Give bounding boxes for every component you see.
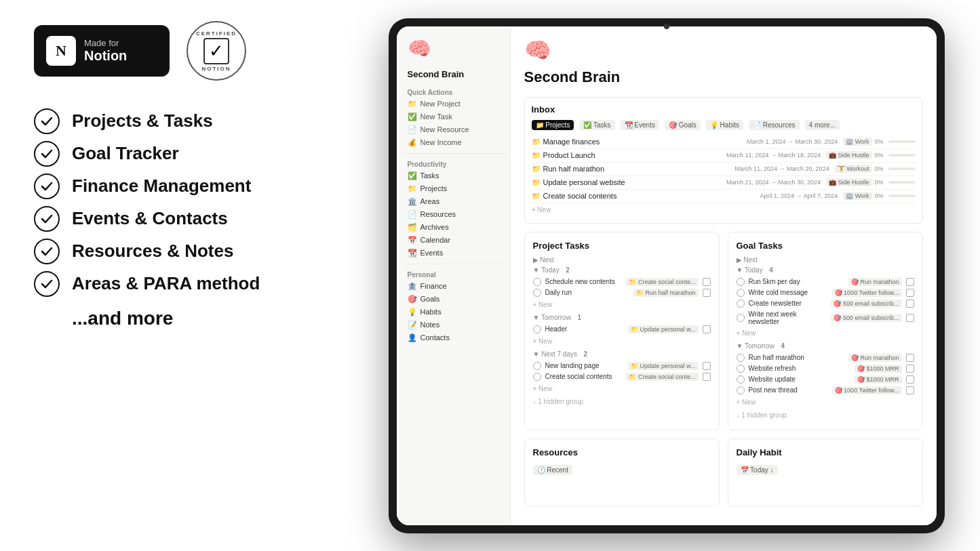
inbox-row-tag-3: 🏋️ Workout	[835, 165, 872, 173]
goal-task-tag-5: 🎯 Run marathon	[848, 354, 902, 362]
goal-task-tag-3: 🎯 500 email subscrib...	[831, 300, 901, 308]
sidebar-item-habits[interactable]: 💡 Habits	[402, 306, 505, 319]
certified-bottom-text: NOTION	[201, 66, 231, 72]
income-icon: 💰	[408, 138, 417, 147]
sidebar-item-projects[interactable]: 📁 Projects	[402, 182, 505, 195]
feature-label-resources: Resources & Notes	[72, 241, 233, 262]
project-task-item-3: Header 📁 Update personal w...	[533, 324, 711, 335]
goal-task-checkbox-1[interactable]	[737, 278, 745, 286]
sidebar-item-goals[interactable]: 🎯 Goals	[402, 293, 505, 306]
sidebar-productivity-label: Productivity	[402, 158, 505, 169]
goal-task-checkbox-7[interactable]	[737, 375, 745, 384]
task-name-3: Header	[545, 325, 624, 333]
goal-task-checkbox-3[interactable]	[737, 300, 745, 308]
project-hidden-group[interactable]: ↓ 1 hidden group	[533, 395, 711, 408]
daily-habit-section: Daily Habit 📅 Today ↓	[728, 438, 923, 506]
goal-task-new-2[interactable]: + New	[737, 396, 914, 409]
task-checkbox-1[interactable]	[533, 278, 541, 286]
goal-task-check-sq-3[interactable]	[906, 300, 914, 308]
events-label: Events	[420, 249, 444, 257]
task-name-5: Create social contents	[545, 373, 623, 380]
notion-sidebar: 🧠 Second Brain Quick Actions 📁 New Proje…	[397, 26, 511, 525]
new-project-label: New Project	[420, 100, 460, 108]
task-check-sq-2[interactable]	[703, 289, 711, 297]
checkmark-icon-finance	[40, 180, 54, 193]
resources-icon: 📄	[408, 210, 417, 219]
project-task-new-2[interactable]: + New	[533, 335, 711, 348]
goal-task-check-sq-1[interactable]	[906, 278, 914, 286]
task-checkbox-4[interactable]	[533, 362, 541, 370]
task-checkbox-3[interactable]	[533, 325, 541, 333]
inbox-row-tag-4: 💼 Side Hustle	[826, 178, 872, 186]
sidebar-item-events[interactable]: 📆 Events	[402, 247, 505, 260]
task-checkbox-5[interactable]	[533, 373, 541, 381]
goal-task-item-5: Run half marathon 🎯 Run marathon	[737, 352, 914, 363]
new-task-label: New Task	[420, 113, 452, 121]
inbox-new-row[interactable]: + New	[532, 203, 916, 216]
sidebar-item-archives[interactable]: 🗂️ Archives	[402, 221, 505, 234]
sidebar-item-areas[interactable]: 🏛️ Areas	[402, 195, 505, 208]
inbox-tabs: 📁 Projects ✅ Tasks 📆 Events 🎯 Goals 💡 Ha…	[532, 120, 916, 130]
goal-task-check-sq-7[interactable]	[906, 375, 914, 384]
sidebar-item-calendar[interactable]: 📅 Calendar	[402, 234, 505, 247]
inbox-tab-habits[interactable]: 💡 Habits	[706, 120, 743, 130]
daily-habit-today-tab[interactable]: 📅 Today ↓	[737, 465, 778, 475]
task-check-sq-3[interactable]	[703, 325, 711, 333]
task-check-sq-1[interactable]	[703, 278, 711, 286]
checkmark-icon-events	[40, 212, 54, 226]
goal-task-checkbox-5[interactable]	[737, 354, 745, 362]
certified-symbol: ✓	[203, 38, 229, 64]
task-check-sq-4[interactable]	[703, 362, 711, 370]
inbox-row-tag-1: 🏢 Work	[843, 138, 871, 146]
sidebar-item-notes[interactable]: 📝 Notes	[402, 319, 505, 331]
goal-task-check-sq-6[interactable]	[906, 365, 914, 373]
task-check-sq-5[interactable]	[703, 373, 711, 381]
inbox-section: Inbox 📁 Projects ✅ Tasks 📆 Events 🎯 Goal…	[524, 97, 923, 224]
check-circle-goals	[34, 141, 60, 167]
notion-badge: N Made for Notion	[34, 25, 170, 77]
inbox-tab-tasks[interactable]: ✅ Tasks	[579, 120, 614, 130]
inbox-progress-5	[888, 195, 916, 197]
sidebar-new-income-btn[interactable]: 💰 New Income	[402, 136, 505, 149]
inbox-row-tag-5: 🏢 Work	[843, 192, 871, 200]
inbox-tab-resources[interactable]: 📄 Resources	[749, 120, 800, 130]
certified-inner: CERTIFIED ✓ NOTION	[196, 30, 237, 72]
goal-task-check-sq-8[interactable]	[906, 386, 914, 394]
sidebar-item-contacts[interactable]: 👤 Contacts	[402, 331, 505, 344]
goal-task-item-4: Write next week newsletter 🎯 500 email s…	[737, 309, 914, 327]
goal-task-checkbox-6[interactable]	[737, 365, 745, 373]
sidebar-item-resources[interactable]: 📄 Resources	[402, 208, 505, 221]
inbox-row-name-1: 📁 Manage finances	[532, 138, 747, 146]
goal-task-new-1[interactable]: + New	[737, 327, 914, 340]
sidebar-item-tasks[interactable]: ✅ Tasks	[402, 169, 505, 182]
inbox-row-pct-2: 0%	[875, 152, 888, 159]
goal-task-check-sq-5[interactable]	[906, 354, 914, 362]
inbox-tab-events[interactable]: 📆 Events	[621, 120, 659, 130]
goal-tasks-next-label: ▶ Next	[737, 256, 914, 264]
inbox-tab-more[interactable]: 4 more...	[805, 120, 840, 130]
goal-task-item-6: Website refresh 🎯 $1000 MRR	[737, 363, 914, 374]
goals-icon: 🎯	[408, 295, 417, 304]
resources-recent-tab[interactable]: 🕐 Recent	[533, 465, 572, 475]
task-checkbox-2[interactable]	[533, 289, 541, 297]
sidebar-new-resource-btn[interactable]: 📄 New Resource	[402, 123, 505, 136]
goal-task-checkbox-8[interactable]	[737, 386, 745, 394]
project-tasks-today-label: ▼ Today 2	[533, 266, 711, 274]
sidebar-new-project-btn[interactable]: 📁 New Project	[402, 98, 505, 110]
goal-task-checkbox-2[interactable]	[737, 289, 745, 297]
inbox-tab-goals[interactable]: 🎯 Goals	[665, 120, 701, 130]
goal-task-name-1: Run 5km per day	[749, 278, 844, 285]
feature-label-projects: Projects & Tasks	[72, 110, 213, 131]
calendar-icon: 📅	[408, 236, 417, 245]
goal-task-check-sq-4[interactable]	[906, 314, 914, 322]
certified-top-text: CERTIFIED	[196, 30, 237, 37]
goal-task-check-sq-2[interactable]	[906, 289, 914, 297]
resource-icon: 📄	[408, 125, 417, 134]
project-task-new-3[interactable]: + New	[533, 382, 711, 395]
goal-hidden-group[interactable]: ↓ 1 hidden group	[737, 409, 914, 422]
project-task-new-1[interactable]: + New	[533, 298, 711, 311]
sidebar-new-task-btn[interactable]: ✅ New Task	[402, 110, 505, 123]
inbox-tab-projects[interactable]: 📁 Projects	[532, 120, 574, 130]
goal-task-checkbox-4[interactable]	[737, 314, 745, 322]
sidebar-item-finance[interactable]: 🏦 Finance	[402, 280, 505, 293]
